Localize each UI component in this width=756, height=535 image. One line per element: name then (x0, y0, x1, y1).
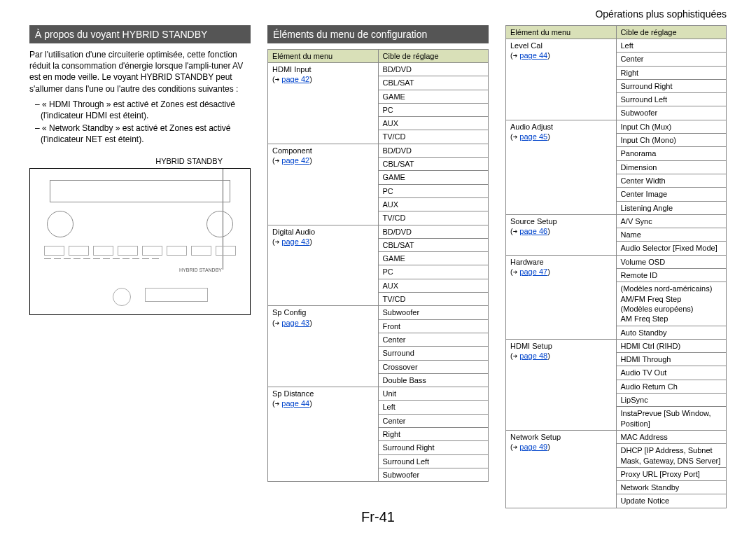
target-cell: Update Notice (616, 494, 727, 508)
target-cell: Unit (378, 387, 489, 401)
target-cell: CBL/SAT (378, 158, 489, 171)
target-cell: Center Image (616, 188, 727, 201)
target-cell: CBL/SAT (378, 76, 489, 90)
page-link[interactable]: page 42 (281, 156, 309, 165)
target-cell: Panorama (616, 147, 727, 160)
target-cell: GAME (378, 252, 489, 265)
menu-cell: Network Setup(➔ page 49) (506, 430, 617, 508)
page-header: Opérations plus sophistiquées (595, 8, 727, 20)
target-cell: Subwoofer (378, 306, 489, 319)
target-cell: PC (378, 265, 489, 279)
target-cell: GAME (378, 171, 489, 184)
target-cell: Right (616, 66, 727, 79)
target-cell: Volume OSD (616, 255, 727, 268)
page-link[interactable]: page 48 (519, 352, 547, 360)
th-target-b: Cible de réglage (616, 26, 727, 39)
section1-para: Par l'utilisation d'une circuiterie opti… (29, 49, 251, 95)
column-1: À propos du voyant HYBRID STANDBY Par l'… (29, 25, 251, 508)
target-cell: Subwoofer (616, 106, 727, 120)
arrow-icon: ➔ (275, 399, 280, 408)
column-3: Elément du menu Cible de réglage Level C… (505, 25, 727, 508)
target-cell: Surround Right (616, 79, 727, 92)
section1-bullets: – « HDMI Through » est activé et Zones e… (29, 99, 251, 146)
target-cell: Proxy URL [Proxy Port] (616, 467, 727, 480)
target-cell: Surround Left (378, 454, 489, 468)
target-cell: PC (378, 103, 489, 116)
target-cell: HDMI Through (616, 353, 727, 366)
target-cell: Listening Angle (616, 201, 727, 214)
menu-cell: Component(➔ page 42) (268, 144, 379, 225)
arrow-icon: ➔ (275, 319, 280, 328)
target-cell: BD/DVD (378, 144, 489, 157)
knob-right (206, 211, 233, 237)
button-row-1 (44, 246, 236, 256)
target-cell: A/V Sync (616, 214, 727, 228)
section1-title: À propos du voyant HYBRID STANDBY (29, 25, 251, 43)
target-cell: BD/DVD (378, 225, 489, 238)
menu-cell: Level Cal(➔ page 44) (506, 39, 617, 120)
table-row: Sp Config(➔ page 43)Subwoofer (268, 306, 489, 319)
arrow-icon: ➔ (513, 227, 518, 236)
arrow-icon: ➔ (275, 156, 280, 165)
target-cell: TV/CD (378, 293, 489, 306)
page-number: Fr-41 (0, 509, 756, 525)
page-link[interactable]: page 44 (519, 51, 547, 60)
page-link[interactable]: page 49 (519, 443, 547, 451)
page-link[interactable]: page 44 (281, 399, 309, 408)
target-cell: Crossover (378, 360, 489, 373)
column-2: Éléments du menu de configuration Elémen… (267, 25, 489, 508)
table-row: Source Setup(➔ page 46)A/V Sync (506, 214, 727, 228)
page-link[interactable]: page 43 (281, 237, 309, 246)
page-link[interactable]: page 47 (519, 268, 547, 276)
table-row: Audio Adjust(➔ page 45)Input Ch (Mux) (506, 120, 727, 133)
target-cell: TV/CD (378, 130, 489, 144)
table-row: Network Setup(➔ page 49)MAC Address (506, 430, 727, 443)
target-cell: Name (616, 228, 727, 242)
th-menu: Elément du menu (268, 50, 379, 63)
menu-cell: Hardware(➔ page 47) (506, 255, 617, 339)
table-row: Component(➔ page 42)BD/DVD (268, 144, 489, 157)
target-cell: AUX (378, 279, 489, 292)
target-cell: Audio TV Out (616, 366, 727, 380)
table-row: HDMI Input(➔ page 42)BD/DVD (268, 63, 489, 76)
target-cell: Left (616, 39, 727, 53)
target-cell: Subwoofer (378, 468, 489, 481)
arrow-icon: ➔ (513, 132, 518, 141)
arrow-icon: ➔ (513, 352, 518, 361)
page-link[interactable]: page 42 (281, 75, 309, 83)
bullet-1: – « HDMI Through » est activé et Zones e… (35, 99, 251, 121)
front-jacks (145, 288, 208, 302)
target-cell: Dimension (616, 160, 727, 174)
target-cell: Network Standby (616, 481, 727, 494)
target-cell: Double Bass (378, 373, 489, 387)
th-target: Cible de réglage (378, 50, 489, 63)
menu-cell: Sp Distance(➔ page 44) (268, 387, 379, 482)
target-cell: Center (378, 333, 489, 346)
config-table-b: Elément du menu Cible de réglage Level C… (505, 25, 727, 508)
menu-cell: Digital Audio(➔ page 43) (268, 225, 379, 306)
target-cell: InstaPrevue [Sub Window, Position] (616, 407, 727, 431)
target-cell: Center (616, 53, 727, 66)
target-cell: GAME (378, 90, 489, 103)
target-cell: HDMI Ctrl (RIHD) (616, 339, 727, 352)
target-cell: Surround Left (616, 93, 727, 106)
table-row: Sp Distance(➔ page 44)Unit (268, 387, 489, 401)
target-cell: DHCP [IP Address, Subnet Mask, Gateway, … (616, 444, 727, 468)
menu-cell: Sp Config(➔ page 43) (268, 306, 379, 387)
target-cell: Input Ch (Mono) (616, 134, 727, 147)
config-table-a: Elément du menu Cible de réglage HDMI In… (267, 49, 489, 482)
section2-title: Éléments du menu de configuration (267, 25, 489, 43)
menu-cell: Source Setup(➔ page 46) (506, 214, 617, 255)
arrow-icon: ➔ (513, 51, 518, 60)
button-row-2 (44, 258, 159, 264)
diagram-label: HYBRID STANDBY (29, 157, 251, 165)
page-link[interactable]: page 46 (519, 227, 547, 235)
page-link[interactable]: page 45 (519, 132, 547, 141)
display-panel (50, 180, 230, 202)
target-cell: (Modèles nord-américains)AM/FM Freq Step… (616, 282, 727, 326)
page-link[interactable]: page 43 (281, 319, 309, 327)
target-cell: Surround (378, 347, 489, 360)
target-cell: Center (378, 414, 489, 427)
target-cell: Audio Return Ch (616, 380, 727, 393)
target-cell: Audio Selector [Fixed Mode] (616, 242, 727, 255)
